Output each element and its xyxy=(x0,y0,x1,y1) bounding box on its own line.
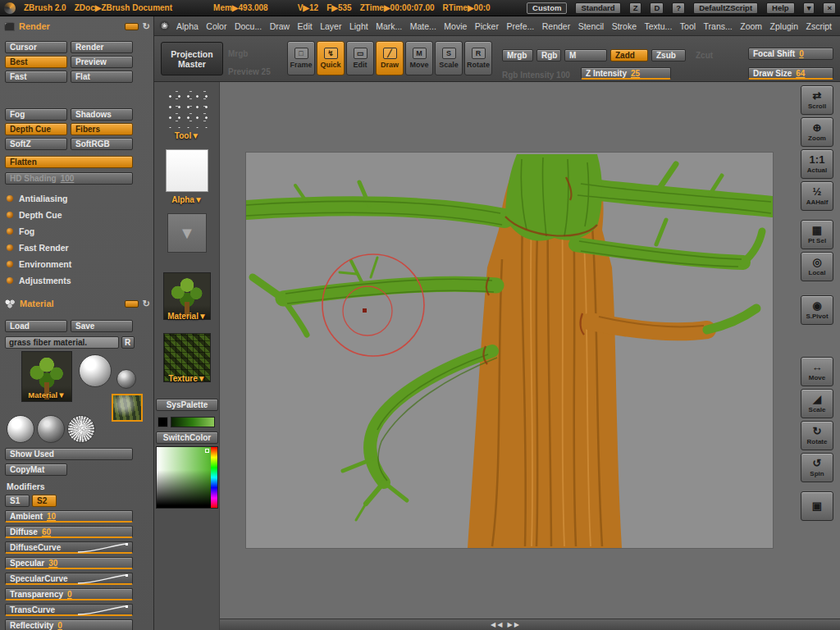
zsub-button[interactable]: Zsub xyxy=(651,49,686,62)
alpha-thumbnail[interactable] xyxy=(166,149,208,192)
canvas[interactable] xyxy=(220,82,840,619)
window-close-button[interactable]: × xyxy=(823,2,836,14)
reflectivity-slider[interactable]: Reflectivity 0 xyxy=(5,619,133,630)
render-palette-header[interactable]: Render ↻ xyxy=(0,20,154,33)
material-texture-thumbnail[interactable] xyxy=(112,394,143,422)
mrgb-button[interactable]: Mrgb xyxy=(502,49,533,62)
render-subpalette-item[interactable]: Fast Render xyxy=(7,240,151,256)
menu-item[interactable]: Light xyxy=(349,21,368,31)
menu-item[interactable]: Stencil xyxy=(578,21,605,31)
focal-shift-slider[interactable]: Focal Shift 0 xyxy=(748,48,833,60)
shadows-button[interactable]: Shadows xyxy=(71,108,133,121)
menu-item[interactable]: Tool xyxy=(680,21,696,31)
menu-item[interactable]: Edit xyxy=(298,21,313,31)
switchcolor-button[interactable]: SwitchColor xyxy=(156,431,218,444)
menu-item[interactable]: Stroke xyxy=(612,21,637,31)
menu-item[interactable]: Trans... xyxy=(704,21,733,31)
softz-button[interactable]: SoftZ xyxy=(5,138,67,150)
edit-button[interactable]: ▭ Edit xyxy=(346,41,374,75)
tool-preview[interactable] xyxy=(164,89,210,128)
cursor-button[interactable]: Cursor xyxy=(5,41,67,53)
save-button[interactable]: Save xyxy=(71,320,133,332)
menu-item[interactable]: Textu... xyxy=(645,21,673,31)
menu-item[interactable]: Picker xyxy=(475,21,499,31)
material-selector-label[interactable]: Material▼ xyxy=(154,312,220,321)
menu-item[interactable]: Mate... xyxy=(410,21,436,31)
menu-item[interactable]: Zoom xyxy=(740,21,762,31)
syspalette-button[interactable]: SysPalette xyxy=(156,399,218,411)
render-subpalette-item[interactable]: Fog xyxy=(7,223,151,240)
frame-button[interactable]: □ Frame xyxy=(287,41,315,75)
copymat-button[interactable]: CopyMat xyxy=(5,463,67,476)
material-sphere-thumbnail[interactable] xyxy=(67,415,95,443)
material-sphere-thumbnail[interactable] xyxy=(7,415,34,443)
main-color-swatch[interactable] xyxy=(158,417,168,427)
material-palette-header[interactable]: Material ↻ xyxy=(0,297,154,310)
right-toolbar-button[interactable]: ▦ Pt Sel xyxy=(801,220,833,249)
question-button[interactable]: ? xyxy=(672,2,685,14)
right-toolbar-button[interactable]: ◢ Scale xyxy=(801,389,833,418)
rotate-button[interactable]: R Rotate xyxy=(464,41,492,75)
texture-selector-label[interactable]: Texture▼ xyxy=(154,374,220,383)
right-toolbar-button[interactable]: ½ AAHalf xyxy=(801,181,833,211)
gradient-color-swatch[interactable] xyxy=(171,417,215,427)
render-button[interactable]: Render xyxy=(71,41,133,53)
diffuse-slider[interactable]: Diffuse 60 xyxy=(5,526,133,538)
transparency-slider[interactable]: Transparency 0 xyxy=(5,588,133,600)
menu-item[interactable]: Alpha xyxy=(176,21,199,31)
s1-tab[interactable]: S1 xyxy=(5,495,30,507)
load-button[interactable]: Load xyxy=(5,320,67,332)
material-sphere-thumbnail[interactable] xyxy=(37,415,65,443)
menu-item[interactable]: Layer xyxy=(320,21,341,31)
draw-button[interactable]: ╱ Draw xyxy=(376,41,404,75)
menu-item[interactable]: Render xyxy=(542,21,570,31)
depth-cue-button[interactable]: Depth Cue xyxy=(5,123,67,135)
rgb-button[interactable]: Rgb xyxy=(536,49,561,62)
refresh-icon[interactable]: ↻ xyxy=(143,299,150,308)
menu-item[interactable]: Color xyxy=(206,21,226,31)
fast-button[interactable]: Fast xyxy=(5,71,67,83)
flat-button[interactable]: Flat xyxy=(71,71,133,83)
menu-item[interactable]: Zplugin xyxy=(770,21,798,31)
preview-button[interactable]: Preview xyxy=(71,56,133,68)
draw-size-slider[interactable]: Draw Size 64 xyxy=(748,67,833,80)
move-button[interactable]: M Move xyxy=(405,41,433,75)
trans-curve[interactable]: TransCurve xyxy=(5,604,133,616)
right-toolbar-button[interactable]: ↔ Move xyxy=(801,357,833,386)
help-button[interactable]: Help xyxy=(766,2,795,14)
diffuse-curve[interactable]: DiffuseCurve xyxy=(5,541,133,554)
d-button[interactable]: D xyxy=(650,2,664,14)
menu-item[interactable]: Draw xyxy=(270,21,290,31)
render-subpalette-item[interactable]: Antialiasing xyxy=(7,190,151,207)
right-toolbar-button[interactable]: ◉ S.Pivot xyxy=(801,295,833,325)
material-sphere-thumbnail[interactable] xyxy=(79,354,112,387)
m-button[interactable]: M xyxy=(564,49,607,62)
show-used-button[interactable]: Show Used xyxy=(5,448,133,460)
alpha-selector-label[interactable]: Alpha▼ xyxy=(154,195,220,204)
softrgb-button[interactable]: SoftRGB xyxy=(71,138,133,150)
bottom-scrollbar[interactable]: ◀◀ ▶▶ xyxy=(220,619,840,630)
render-subpalette-item[interactable]: Depth Cue xyxy=(7,207,151,223)
default-zscript-button[interactable]: DefaultZScript xyxy=(693,2,758,14)
right-toolbar-button[interactable]: ⊕ Zoom xyxy=(801,117,833,147)
refresh-icon[interactable]: ↻ xyxy=(143,22,150,30)
quick-button[interactable]: ↯ Quick xyxy=(317,41,345,75)
fibers-button[interactable]: Fibers xyxy=(71,123,133,135)
standard-button[interactable]: Standard xyxy=(575,2,620,14)
right-toolbar-button[interactable]: 1:1 Actual xyxy=(801,149,833,179)
hue-strip[interactable] xyxy=(211,447,217,508)
right-toolbar-button[interactable]: ↺ Spin xyxy=(801,453,833,482)
menu-item[interactable]: Docu... xyxy=(235,21,262,31)
r-button[interactable]: R xyxy=(121,336,135,349)
color-picker[interactable] xyxy=(156,446,218,509)
ambient-slider[interactable]: Ambient 10 xyxy=(5,510,133,523)
right-toolbar-button[interactable]: ↻ Rotate xyxy=(801,421,833,450)
collapse-icon[interactable] xyxy=(125,23,139,30)
material-selector-label[interactable]: Material▼ xyxy=(21,390,72,399)
render-subpalette-item[interactable]: Adjustments xyxy=(7,272,151,289)
collapse-icon[interactable] xyxy=(125,300,139,308)
zbrush-menu-icon[interactable] xyxy=(159,21,170,31)
projection-master-button[interactable]: Projection Master xyxy=(161,42,223,75)
stroke-thumbnail[interactable]: ▼ xyxy=(167,213,207,253)
specular-slider[interactable]: Specular 30 xyxy=(5,557,133,569)
